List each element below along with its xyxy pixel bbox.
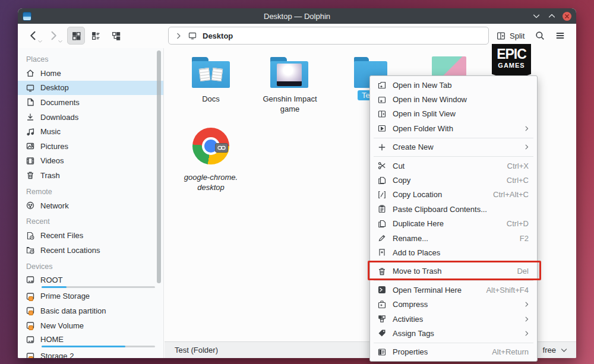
sidebar-item-root[interactable]: ROOT	[18, 273, 163, 289]
back-history-chevron-icon[interactable]	[37, 39, 43, 44]
sidebar-item-label: Trash	[40, 171, 60, 180]
sidebar-item-label: Prime Storage	[40, 292, 90, 300]
menu-item-shortcut: Alt+Return	[492, 347, 529, 356]
menu-item-rename[interactable]: Rename... F2	[370, 231, 537, 245]
submenu-chevron-icon	[523, 144, 530, 150]
folder-preview-thumbnail	[277, 64, 302, 86]
menu-item-copy-location[interactable]: Copy Location Ctrl+Alt+C	[370, 188, 537, 202]
file-docs-folder[interactable]	[192, 57, 230, 88]
close-button[interactable]	[563, 12, 571, 21]
menu-item-assign-tags[interactable]: Assign Tags	[370, 326, 537, 340]
free-space-widget[interactable]: free	[543, 346, 568, 354]
compress-icon	[377, 300, 387, 309]
menu-item-create-new[interactable]: Create New	[370, 140, 537, 154]
breadcrumb-chevron-icon[interactable]	[175, 32, 182, 40]
details-view-button[interactable]	[87, 27, 105, 45]
sidebar-item-label: Pictures	[40, 142, 68, 151]
sidebar-item-desktop[interactable]: Desktop	[18, 81, 163, 96]
menu-item-paste-clipboard-contents[interactable]: Paste Clipboard Contents...	[370, 202, 537, 216]
details-view-icon	[91, 31, 101, 41]
unmounted-badge-icon	[29, 356, 33, 358]
desktop-location-icon	[188, 31, 197, 40]
tree-view-icon	[111, 31, 121, 41]
file-genshin-folder[interactable]	[270, 57, 308, 88]
sidebar-scrollbar[interactable]	[157, 50, 161, 283]
menu-separator	[374, 156, 533, 157]
sidebar-item-recent-locations[interactable]: Recent Locations	[18, 243, 163, 258]
sidebar-item-pictures[interactable]: Pictures	[18, 139, 163, 154]
file-label[interactable]: Docs	[175, 94, 247, 104]
menu-item-add-to-places[interactable]: Add to Places	[370, 245, 537, 259]
sidebar-item-downloads[interactable]: Downloads	[18, 110, 163, 125]
sidebar-item-home-volume[interactable]: HOME	[18, 333, 163, 349]
menu-item-shortcut: Ctrl+D	[507, 219, 529, 228]
chevron-down-icon[interactable]	[560, 346, 568, 354]
sidebar-item-documents[interactable]: Documents	[18, 95, 163, 110]
split-button-label: Split	[510, 31, 525, 40]
copy-icon	[377, 176, 387, 185]
sidebar-item-basic-data-partition[interactable]: Basic data partition	[18, 303, 163, 318]
disk-usage-bar	[42, 286, 155, 288]
folder-open-with-icon	[377, 124, 387, 133]
copy-location-icon	[377, 190, 387, 200]
menu-item-open-in-new-window[interactable]: Open in New Window	[370, 92, 537, 106]
forward-history-chevron-icon[interactable]	[58, 39, 63, 44]
sidebar-item-music[interactable]: Music	[18, 124, 163, 139]
menu-item-shortcut: Ctrl+X	[507, 162, 529, 170]
file-label[interactable]: Genshin Impact game	[254, 94, 326, 114]
menu-item-open-terminal-here[interactable]: Open Terminal Here Alt+Shift+F4	[370, 283, 537, 297]
menu-item-copy[interactable]: Copy Ctrl+C	[370, 173, 537, 187]
submenu-chevron-icon	[523, 125, 530, 132]
submenu-chevron-icon	[523, 330, 530, 337]
section-header-remote: Remote	[18, 183, 163, 198]
sidebar-item-trash[interactable]: Trash	[18, 168, 163, 183]
search-button[interactable]	[532, 28, 548, 43]
sidebar-item-new-volume[interactable]: New Volume	[18, 318, 163, 333]
sidebar-item-network[interactable]: Network	[18, 198, 163, 213]
sidebar-item-videos[interactable]: Videos	[18, 154, 163, 169]
breadcrumb-location[interactable]: Desktop	[203, 31, 233, 40]
menu-item-activities[interactable]: Activities	[370, 312, 537, 326]
sidebar-item-home[interactable]: Home	[18, 66, 163, 81]
rename-icon	[377, 233, 387, 243]
menu-item-open-in-split-view[interactable]: Open in Split View	[370, 107, 537, 121]
sidebar-item-label: Network	[40, 201, 69, 210]
sidebar-item-label: Music	[40, 127, 61, 136]
disk-usage-bar	[42, 346, 155, 347]
menu-item-cut[interactable]: Cut Ctrl+X	[370, 159, 537, 173]
sidebar-item-prime-storage[interactable]: Prime Storage	[18, 289, 163, 304]
tree-view-button[interactable]	[107, 27, 125, 45]
menu-item-open-folder-with[interactable]: Open Folder With	[370, 121, 537, 135]
window-new-icon	[377, 95, 387, 105]
download-icon	[26, 112, 35, 122]
sidebar-item-label: Home	[40, 69, 61, 78]
plus-icon	[377, 143, 387, 152]
file-label[interactable]: google-chrome. desktop	[175, 172, 247, 192]
maximize-button[interactable]	[547, 11, 557, 21]
menu-item-open-in-new-tab[interactable]: Open in New Tab	[370, 78, 537, 92]
location-bar[interactable]: Desktop	[168, 27, 489, 45]
video-icon	[26, 156, 35, 166]
minimize-button[interactable]	[532, 11, 541, 21]
sidebar-item-label: ROOT	[40, 276, 63, 284]
menu-item-duplicate-here[interactable]: Duplicate Here Ctrl+D	[370, 217, 537, 231]
sidebar-item-label: Downloads	[40, 113, 78, 122]
bookmark-add-icon	[377, 248, 387, 257]
submenu-chevron-icon	[523, 316, 530, 322]
menu-separator	[374, 343, 533, 343]
section-header-recent: Recent	[18, 213, 163, 228]
menu-item-compress[interactable]: Compress	[370, 297, 537, 311]
hamburger-menu-button[interactable]	[552, 28, 568, 43]
desktop-wallpaper: Desktop — Dolphin	[0, 0, 594, 364]
icons-view-button[interactable]	[67, 27, 85, 45]
sidebar-item-recent-files[interactable]: Recent Files	[18, 228, 163, 243]
unmounted-badge-icon	[29, 311, 33, 315]
menu-item-properties[interactable]: Properties Alt+Return	[370, 345, 537, 359]
music-icon	[26, 127, 35, 137]
icons-view-icon	[71, 31, 81, 41]
sidebar-item-storage-2[interactable]: Storage 2	[18, 349, 163, 358]
terminal-icon	[377, 285, 387, 295]
menu-item-shortcut: Ctrl+C	[507, 176, 529, 185]
titlebar[interactable]: Desktop — Dolphin	[18, 8, 576, 24]
free-space-label: free	[543, 346, 556, 354]
